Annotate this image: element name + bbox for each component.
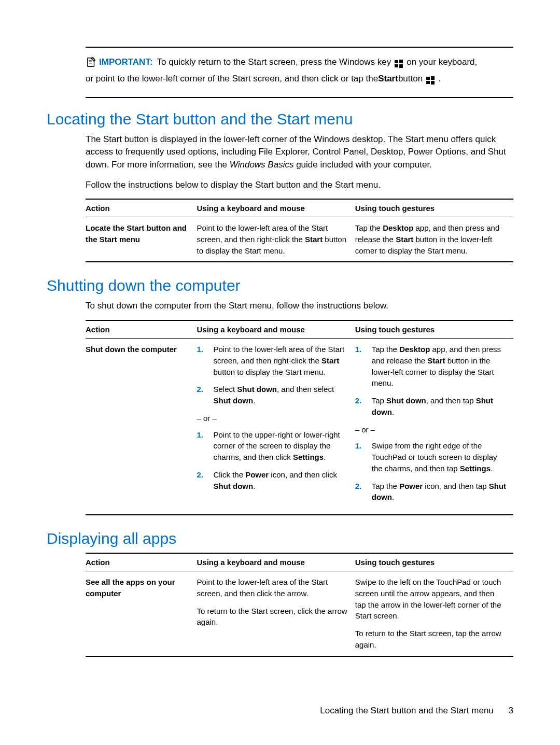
section3-title: Displaying all apps xyxy=(47,530,513,547)
table-row: Shut down the computer Point to the lowe… xyxy=(86,339,513,515)
list-item: Point to the lower-left area of the Star… xyxy=(197,344,349,377)
svg-rect-4 xyxy=(395,60,398,63)
important-label: IMPORTANT: xyxy=(99,54,153,71)
important-text-3a: or point to the lower-left corner of the… xyxy=(86,71,378,87)
or-separator: – or – xyxy=(355,424,507,435)
or-separator: – or – xyxy=(197,413,349,424)
document-page: IMPORTANT: To quickly return to the Star… xyxy=(0,0,560,745)
important-text-1: To quickly return to the Start screen, p… xyxy=(157,54,391,71)
col-action: Action xyxy=(86,553,197,571)
table-header-row: Action Using a keyboard and mouse Using … xyxy=(86,199,513,217)
important-text-3c: button xyxy=(398,71,423,87)
important-text-3b: Start xyxy=(378,71,398,87)
section1-title: Locating the Start button and the Start … xyxy=(47,110,513,128)
col-tg: Using touch gestures xyxy=(355,199,513,217)
table-row: See all the apps on your computer Point … xyxy=(86,571,513,656)
col-km: Using a keyboard and mouse xyxy=(197,320,355,339)
col-km: Using a keyboard and mouse xyxy=(197,553,355,571)
list-item: Tap the Desktop app, and then press and … xyxy=(355,344,507,389)
list-item: Point to the upper-right or lower-right … xyxy=(197,429,349,463)
list-item: Click the Power icon, and then click Shu… xyxy=(197,469,349,492)
page-footer: Locating the Start button and the Start … xyxy=(320,706,513,716)
section2-para1: To shut down the computer from the Start… xyxy=(86,300,513,313)
cell-tg: Swipe to the left on the TouchPad or tou… xyxy=(355,571,513,656)
list-item: Swipe from the right edge of the TouchPa… xyxy=(355,440,507,474)
svg-rect-10 xyxy=(426,81,430,84)
list-item: Tap the Power icon, and then tap Shut do… xyxy=(355,481,507,503)
cell-km: Point to the lower-left area of the Star… xyxy=(197,217,355,262)
note-icon xyxy=(86,57,97,68)
section3-table: Action Using a keyboard and mouse Using … xyxy=(86,553,513,657)
table-header-row: Action Using a keyboard and mouse Using … xyxy=(86,553,513,571)
col-tg: Using touch gestures xyxy=(355,320,513,339)
important-note: IMPORTANT: To quickly return to the Star… xyxy=(86,47,513,98)
windows-key-icon xyxy=(394,58,403,67)
important-text-2: on your keyboard, xyxy=(407,54,477,71)
cell-tg: Tap the Desktop app, and then press and … xyxy=(355,217,513,262)
table-header-row: Action Using a keyboard and mouse Using … xyxy=(86,320,513,339)
cell-action: Shut down the computer xyxy=(86,339,197,515)
cell-km: Point to the lower-left area of the Star… xyxy=(197,339,355,515)
list-item: Tap Shut down, and then tap Shut down. xyxy=(355,395,507,418)
list-item: Select Shut down, and then select Shut d… xyxy=(197,384,349,406)
section2-title: Shutting down the computer xyxy=(47,277,513,294)
col-action: Action xyxy=(86,199,197,217)
svg-rect-11 xyxy=(431,81,435,85)
cell-km: Point to the lower-left area of the Star… xyxy=(197,571,355,656)
svg-rect-7 xyxy=(399,64,403,68)
svg-rect-8 xyxy=(426,77,430,80)
page-number: 3 xyxy=(509,706,513,715)
table-row: Locate the Start button and the Start me… xyxy=(86,217,513,262)
col-tg: Using touch gestures xyxy=(355,553,513,571)
svg-rect-6 xyxy=(395,64,398,67)
cell-action: Locate the Start button and the Start me… xyxy=(86,217,197,262)
section2-table: Action Using a keyboard and mouse Using … xyxy=(86,320,513,515)
section1-para2: Follow the instructions below to display… xyxy=(86,179,513,192)
svg-rect-0 xyxy=(88,58,94,67)
cell-tg: Tap the Desktop app, and then press and … xyxy=(355,339,513,515)
section1-table: Action Using a keyboard and mouse Using … xyxy=(86,199,513,262)
svg-rect-9 xyxy=(431,76,435,80)
cell-action: See all the apps on your computer xyxy=(86,571,197,656)
col-action: Action xyxy=(86,320,197,339)
start-button-icon xyxy=(426,74,435,83)
svg-rect-5 xyxy=(399,60,403,63)
col-km: Using a keyboard and mouse xyxy=(197,199,355,217)
section1-para1: The Start button is displayed in the low… xyxy=(86,133,513,172)
important-text-3d: . xyxy=(438,71,441,87)
footer-text: Locating the Start button and the Start … xyxy=(320,706,494,715)
